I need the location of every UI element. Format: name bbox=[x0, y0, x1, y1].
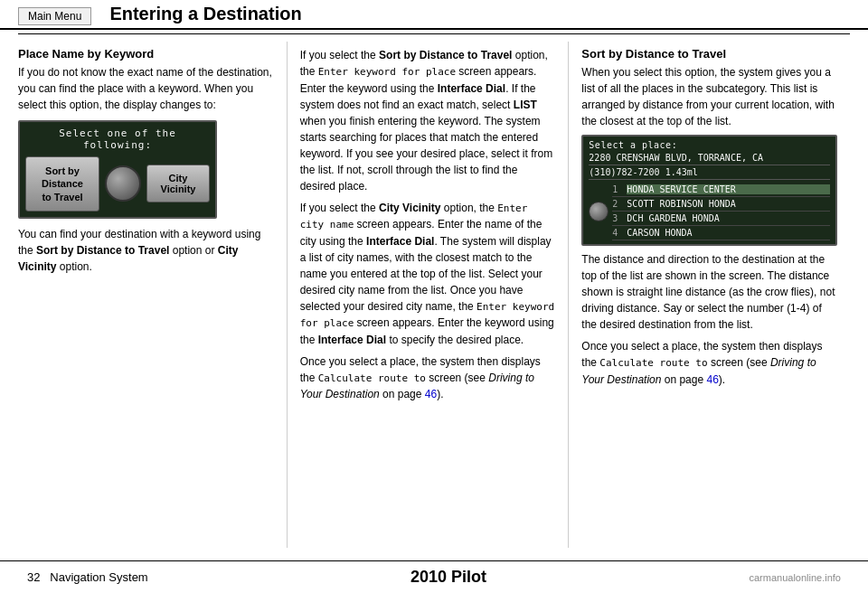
main-menu-button[interactable]: Main Menu bbox=[18, 7, 91, 25]
col2-para3: Once you select a place, the system then… bbox=[300, 353, 556, 403]
nav-buttons-row: Sort by Distanceto Travel City Vicinity bbox=[25, 156, 210, 212]
nav-screen: Select one of the following: Sort by Dis… bbox=[18, 120, 217, 219]
col2-p2-bold2: Interface Dial bbox=[366, 235, 434, 248]
place-num-1: 1 bbox=[612, 184, 623, 194]
footer-left: 32 Navigation System bbox=[27, 570, 148, 584]
place-name-4: CARSON HONDA bbox=[627, 228, 830, 238]
place-name-1: HONDA SERVICE CENTER bbox=[627, 184, 830, 194]
col2-p2-cont4: to specify the desired place. bbox=[386, 334, 524, 346]
place-num-4: 4 bbox=[612, 228, 623, 238]
place-item-3[interactable]: 3 DCH GARDENA HONDA bbox=[612, 212, 830, 226]
nav-dial bbox=[105, 165, 141, 202]
col2-p1-bold3: LIST bbox=[514, 99, 537, 111]
place-address-line2: (310)782-7200 1.43ml bbox=[589, 167, 830, 180]
place-screen: Select a place: 2280 CRENSHAW BLVD, TORR… bbox=[581, 135, 837, 246]
col1-para1: If you do not know the exact name of the… bbox=[18, 64, 274, 113]
page-title: Entering a Destination bbox=[109, 4, 850, 28]
col1-title: Place Name by Keyword bbox=[18, 47, 274, 61]
col1-para2-suffix: option. bbox=[60, 260, 92, 273]
col3-p3-mono: Calculate route to bbox=[599, 357, 707, 369]
place-item-1[interactable]: 1 HONDA SERVICE CENTER bbox=[612, 183, 830, 197]
col3-p3-end: ). bbox=[719, 373, 725, 386]
col3-para2: The distance and direction to the destin… bbox=[581, 251, 837, 333]
col2-p1-cont3: when you finish entering the keyword. Th… bbox=[300, 115, 552, 193]
place-item-2[interactable]: 2 SCOTT ROBINSON HONDA bbox=[612, 197, 830, 212]
footer-page-number: 32 bbox=[27, 570, 40, 584]
place-dial-row: 1 HONDA SERVICE CENTER 2 SCOTT ROBINSON … bbox=[589, 183, 830, 240]
place-num-3: 3 bbox=[612, 213, 623, 223]
col3-para3: Once you select a place, the system then… bbox=[581, 338, 837, 388]
col2-para2: If you select the City Vicinity option, … bbox=[300, 200, 556, 348]
place-item-4[interactable]: 4 CARSON HONDA bbox=[612, 226, 830, 240]
place-list: 1 HONDA SERVICE CENTER 2 SCOTT ROBINSON … bbox=[612, 183, 830, 240]
sort-by-distance-btn[interactable]: Sort by Distanceto Travel bbox=[25, 156, 99, 212]
col2-p2-bold3: Interface Dial bbox=[318, 334, 386, 346]
col2-p3-cont: screen (see bbox=[426, 372, 488, 384]
col2-p2-bold: City Vicinity bbox=[379, 202, 440, 214]
col2-p3-cont2: on page bbox=[380, 388, 425, 400]
column-3: Sort by Distance to Travel When you sele… bbox=[568, 42, 850, 548]
col2-para1: If you select the Sort by Distance to Tr… bbox=[300, 47, 556, 194]
header-divider bbox=[18, 33, 850, 34]
col3-title: Sort by Distance to Travel bbox=[581, 47, 837, 61]
col2-p3-link[interactable]: 46 bbox=[425, 388, 437, 400]
place-dial bbox=[589, 202, 609, 221]
footer-model: 2010 Pilot bbox=[410, 568, 486, 587]
col3-p3-cont: screen (see bbox=[708, 356, 770, 369]
col3-para1: When you select this option, the system … bbox=[581, 64, 837, 129]
place-num-2: 2 bbox=[612, 199, 623, 209]
col2-p3-mono: Calculate route to bbox=[318, 372, 426, 384]
column-1: Place Name by Keyword If you do not know… bbox=[18, 42, 287, 548]
col1-para2: You can find your destination with a key… bbox=[18, 226, 274, 275]
column-2: If you select the Sort by Distance to Tr… bbox=[287, 42, 569, 548]
nav-screen-header: Select one of the following: bbox=[25, 127, 210, 151]
place-address-line1: 2280 CRENSHAW BLVD, TORRANCE, CA bbox=[589, 153, 830, 165]
city-vicinity-btn[interactable]: City Vicinity bbox=[146, 165, 210, 202]
col3-p3-cont2: on page bbox=[661, 373, 706, 386]
col2-p1-prefix: If you select the bbox=[300, 49, 379, 61]
content-area: Place Name by Keyword If you do not know… bbox=[0, 42, 868, 548]
footer-nav-system: Navigation System bbox=[50, 570, 147, 584]
footer-watermark: carmanualonline.info bbox=[749, 572, 841, 583]
col3-p3-link[interactable]: 46 bbox=[706, 373, 718, 386]
col2-p1-bold: Sort by Distance to Travel bbox=[379, 49, 512, 61]
place-name-2: SCOTT ROBINSON HONDA bbox=[627, 199, 830, 209]
col2-p1-bold2: Interface Dial bbox=[438, 82, 505, 95]
col1-sort-bold: Sort by Distance to Travel bbox=[36, 244, 169, 257]
top-bar: Main Menu Entering a Destination bbox=[0, 0, 868, 30]
col2-p2-mid: option, the bbox=[441, 202, 498, 214]
col2-p3-end: ). bbox=[437, 388, 443, 400]
col2-p2-prefix: If you select the bbox=[300, 202, 379, 214]
col1-para2-mid: option or bbox=[173, 244, 218, 257]
place-screen-header: Select a place: bbox=[589, 140, 830, 150]
place-name-3: DCH GARDENA HONDA bbox=[627, 213, 830, 223]
footer: 32 Navigation System 2010 Pilot carmanua… bbox=[0, 560, 868, 593]
col2-p1-mono: Enter keyword for place bbox=[318, 66, 456, 78]
